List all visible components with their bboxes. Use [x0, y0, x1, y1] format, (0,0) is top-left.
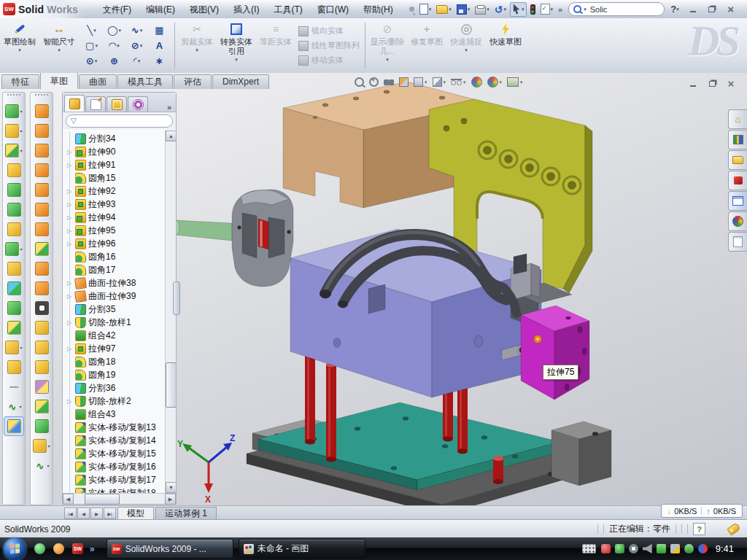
- mold-draft-analysis[interactable]: [31, 298, 53, 318]
- dropdown-caret-icon[interactable]: ▾: [235, 57, 238, 62]
- dropdown-caret-icon[interactable]: ▾: [20, 345, 22, 350]
- dropdown-caret-icon[interactable]: ▾: [449, 7, 452, 12]
- close-button[interactable]: [724, 4, 738, 15]
- task-button-sw[interactable]: SWSolidWorks 2009 - ...: [107, 539, 233, 559]
- tree-item-11[interactable]: ▷曲面-拉伸38: [66, 276, 166, 289]
- tray-gear-icon[interactable]: [629, 544, 638, 553]
- mold-grip[interactable]: [35, 94, 48, 99]
- minimize-button[interactable]: [686, 4, 700, 15]
- tree-item-3[interactable]: 圆角15: [66, 171, 166, 184]
- tree-item-26[interactable]: 实体-移动/复制17: [66, 473, 166, 486]
- dropdown-caret-icon[interactable]: ▾: [18, 47, 21, 52]
- design-checker-button[interactable]: ▾: [539, 2, 555, 16]
- push-pin-button[interactable]: [408, 5, 416, 13]
- feat-draft[interactable]: [3, 259, 25, 279]
- expand-arrow-icon[interactable]: ▷: [66, 162, 73, 168]
- scroll-down-button[interactable]: ▼: [166, 482, 176, 493]
- expand-arrow-icon[interactable]: ▷: [66, 293, 73, 300]
- search-input[interactable]: [589, 4, 638, 15]
- sketch-entity-11[interactable]: ∗: [148, 53, 171, 69]
- mold-reference-geometry-2[interactable]: ▾: [31, 436, 53, 456]
- dropdown-caret-icon[interactable]: ▾: [95, 43, 98, 48]
- search-caret-icon[interactable]: ▾: [584, 7, 587, 12]
- expand-arrow-icon[interactable]: ▷: [66, 398, 73, 405]
- tree-item-7[interactable]: ▷拉伸95: [66, 224, 166, 237]
- mold-revolved-surface[interactable]: [31, 121, 53, 141]
- sketch-entity-9[interactable]: ⊕: [103, 53, 125, 69]
- tree-item-0[interactable]: 分割34: [66, 132, 166, 145]
- select-button[interactable]: ▾: [510, 2, 527, 17]
- dropdown-caret-icon[interactable]: ▾: [463, 79, 466, 85]
- tree-item-4[interactable]: ▷拉伸92: [66, 184, 166, 198]
- feat-move-copy-bodies[interactable]: [3, 318, 25, 338]
- tree-item-24[interactable]: 实体-移动/复制15: [66, 447, 166, 460]
- help-caret-icon[interactable]: ▾: [676, 7, 679, 12]
- tree-item-20[interactable]: ▷切除-放样2: [66, 394, 166, 408]
- menu-1[interactable]: 编辑(E): [139, 1, 182, 18]
- dropdown-caret-icon[interactable]: ▾: [119, 28, 122, 33]
- mold-shut-off-surfaces[interactable]: [31, 357, 53, 377]
- tray-ball-icon[interactable]: [698, 544, 708, 553]
- expand-arrow-icon[interactable]: ▷: [66, 319, 73, 326]
- feat-plane[interactable]: [3, 357, 25, 377]
- panel-tab-configurationmanager[interactable]: [107, 96, 127, 112]
- menu-2[interactable]: 视图(V): [182, 1, 226, 18]
- mold-tooling-split[interactable]: [31, 397, 53, 416]
- scroll-left-button[interactable]: ◀: [63, 494, 74, 505]
- tab-DimXpert[interactable]: DimXpert: [212, 74, 269, 89]
- mold-elbow-surface[interactable]: [31, 279, 53, 298]
- view-orientation-button[interactable]: ▾: [414, 77, 427, 87]
- sketch-entity-8[interactable]: ⊙▾: [80, 53, 103, 69]
- menu-3[interactable]: 插入(I): [226, 1, 266, 18]
- tree-item-6[interactable]: ▷拉伸94: [66, 211, 166, 224]
- dropdown-caret-icon[interactable]: ▾: [19, 404, 21, 409]
- dropdown-caret-icon[interactable]: ▾: [95, 58, 98, 63]
- feat-helix-spiral[interactable]: ∿▾: [3, 397, 25, 416]
- mold-core[interactable]: [31, 416, 53, 436]
- new-document-button[interactable]: ▾: [418, 2, 433, 16]
- toolbar-overflow-button[interactable]: »: [557, 4, 564, 15]
- tab-scroll-1[interactable]: ◀: [77, 508, 90, 519]
- sketch-entity-7[interactable]: A: [148, 38, 171, 53]
- dropdown-caret-icon[interactable]: ▾: [20, 148, 22, 153]
- expand-arrow-icon[interactable]: ▷: [66, 149, 73, 155]
- tab-曲面[interactable]: 曲面: [79, 74, 117, 89]
- dropdown-caret-icon[interactable]: ▾: [551, 7, 554, 12]
- scroll-right-button[interactable]: ▶: [165, 494, 176, 505]
- tree-item-17[interactable]: 圆角18: [66, 355, 166, 368]
- restore-button[interactable]: [705, 4, 719, 15]
- mold-knit-surface[interactable]: [31, 239, 53, 259]
- tray-security-red-icon[interactable]: [601, 544, 611, 553]
- undo-button[interactable]: ↺▾: [493, 3, 508, 16]
- menu-5[interactable]: 窗口(W): [310, 1, 356, 18]
- feat-chamfer[interactable]: [3, 160, 25, 180]
- dropdown-caret-icon[interactable]: ▾: [47, 443, 50, 448]
- tree-item-5[interactable]: ▷拉伸93: [66, 198, 166, 211]
- dropdown-caret-icon[interactable]: ▾: [504, 7, 507, 12]
- quicklaunch-messenger[interactable]: [33, 542, 47, 556]
- zoom-to-area-button[interactable]: [369, 77, 379, 87]
- quicklaunch-launcher[interactable]: [52, 542, 66, 556]
- tab-特征[interactable]: 特征: [1, 74, 39, 89]
- dropdown-caret-icon[interactable]: ▾: [429, 7, 432, 12]
- sketch-entity-0[interactable]: ╲▾: [80, 23, 103, 38]
- mold-parting-surfaces[interactable]: [31, 377, 53, 397]
- magnified-selection-button[interactable]: [384, 79, 394, 85]
- quick-tips-button[interactable]: ?: [693, 523, 705, 535]
- feat-extruded-cut[interactable]: ▾: [3, 121, 25, 141]
- doc-restore-button[interactable]: [706, 79, 718, 89]
- taskpane-toolbox[interactable]: [728, 171, 747, 190]
- doc-tab-模型[interactable]: 模型: [117, 507, 154, 520]
- apply-scene-button[interactable]: ▾: [487, 77, 503, 88]
- doc-tab-运动算例 1[interactable]: 运动算例 1: [155, 507, 217, 520]
- panel-tab-featuremanager[interactable]: [64, 95, 85, 112]
- doc-minimize-button[interactable]: [687, 79, 699, 89]
- start-button[interactable]: [4, 538, 26, 560]
- dropdown-caret-icon[interactable]: ▾: [487, 7, 489, 12]
- expand-arrow-icon[interactable]: ▷: [66, 214, 73, 221]
- feat-fillet[interactable]: ▾: [3, 141, 25, 160]
- model-magenta-block[interactable]: [521, 306, 589, 400]
- stack-tool-0[interactable]: 镜向实体: [298, 25, 360, 38]
- tray-volume-icon[interactable]: [643, 544, 652, 553]
- dropdown-caret-icon[interactable]: ▾: [20, 109, 22, 114]
